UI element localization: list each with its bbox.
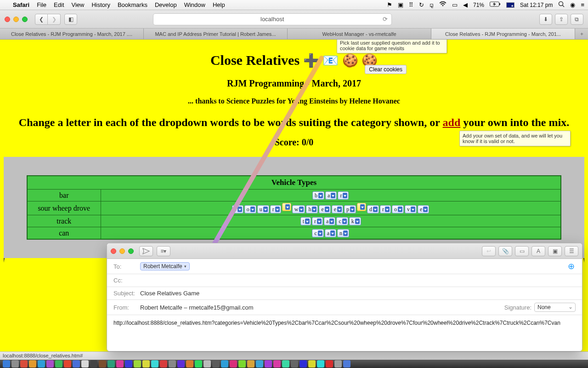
mail-body[interactable]: http://localhost:8888/close_relatives.ht… [107,315,582,351]
media-button[interactable]: ▣ [548,246,562,256]
letter-select[interactable]: s [232,205,243,213]
display-icon[interactable]: ▭ [452,1,458,8]
letter-select[interactable] [282,203,291,211]
dock-app-icon[interactable] [334,360,342,368]
battery-percent[interactable]: 71% [473,2,484,8]
dock-app-icon[interactable] [326,360,333,368]
dock-app-icon[interactable] [90,360,97,368]
close-window-button[interactable] [111,248,116,254]
dock-app-icon[interactable] [186,360,193,368]
clear-cookies-button[interactable]: Clear cookies [365,65,407,74]
subject-field-row[interactable]: Subject: [107,287,582,300]
letter-select[interactable]: a [324,217,335,225]
menubar-app-name[interactable]: Safari [13,1,29,8]
browser-tab[interactable]: WebHost Manager - vs-rmetcalfe [288,29,431,39]
letter-select[interactable]: p [344,205,356,213]
dock-app-icon[interactable] [291,360,298,368]
envelope-icon[interactable]: 📧 [322,53,339,68]
minimize-window-button[interactable] [13,17,19,22]
dock-app-icon[interactable] [273,360,281,368]
dock-app-icon[interactable] [134,360,141,368]
letter-select[interactable]: d [367,205,379,213]
dock-app-icon[interactable] [151,360,158,368]
menuextra-icon[interactable]: ⚑ [387,1,392,8]
letter-select[interactable]: r [338,191,349,200]
menu-window[interactable]: Window [184,1,205,8]
dock-app-icon[interactable] [195,360,202,368]
downloads-button[interactable]: ⬇ [539,14,552,25]
menu-file[interactable]: File [37,1,46,8]
cookie-icon[interactable]: 🍪 [342,53,358,68]
letter-select[interactable]: w [292,205,305,213]
zoom-window-button[interactable] [128,248,134,254]
flag-icon[interactable] [506,2,514,8]
zoom-window-button[interactable] [22,17,28,22]
share-button[interactable]: ⇪ [555,14,568,25]
spotlight-icon[interactable] [558,1,565,9]
markup-button[interactable]: ☰ [565,246,578,256]
format-button[interactable]: A [531,246,545,256]
signature-select[interactable]: None [534,303,576,312]
dock-app-icon[interactable] [116,360,124,368]
tabs-button[interactable]: ⧉ [571,14,583,25]
dock-app-icon[interactable] [3,360,10,368]
close-window-button[interactable] [5,17,10,22]
header-fields-button[interactable]: ≡▾ [157,246,170,256]
dock-app-icon[interactable] [247,360,254,368]
subject-input[interactable] [140,290,576,297]
dock-app-icon[interactable] [142,360,150,368]
dock-app-icon[interactable] [204,360,211,368]
dock-app-icon[interactable] [343,360,351,368]
reload-icon[interactable]: ⟳ [383,16,388,23]
letter-select[interactable]: a [325,191,337,200]
attach-button[interactable]: 📎 [498,246,512,256]
menubar-clock[interactable]: Sat 12:17 pm [520,2,553,8]
dock-app-icon[interactable] [20,360,28,368]
dock-app-icon[interactable] [265,360,272,368]
dock-app-icon[interactable] [177,360,185,368]
letter-select[interactable]: r [380,205,391,213]
recipient-pill[interactable]: Robert Metcalfe [140,262,190,270]
menuextra-icon[interactable]: ▣ [398,1,403,8]
siri-icon[interactable]: ◉ [570,1,575,8]
letter-select[interactable]: n [337,229,349,237]
browser-tab-active[interactable]: Close Relatives - RJM Programming - Marc… [431,29,575,39]
dock-app-icon[interactable] [221,360,228,368]
letter-select[interactable]: o [392,205,404,213]
letter-select[interactable]: a [325,229,336,237]
dock-app-icon[interactable] [282,360,289,368]
letter-select[interactable]: v [405,205,417,213]
letter-select[interactable]: c [312,229,323,237]
letter-select[interactable]: r [312,217,323,225]
browser-tab[interactable]: Close Relatives - RJM Programming - Marc… [0,29,144,39]
forward-button[interactable]: ❯ [48,14,61,25]
dock-app-icon[interactable] [46,360,54,368]
dock-app-icon[interactable] [99,360,106,368]
menu-help[interactable]: Help [213,1,225,8]
letter-select[interactable]: e [319,205,330,213]
volume-icon[interactable]: ◀ [463,1,468,8]
dock-app-icon[interactable] [73,360,80,368]
dock-app-icon[interactable] [169,360,176,368]
menu-develop[interactable]: Develop [155,1,177,8]
letter-select[interactable]: e [332,205,343,213]
dock-app-icon[interactable] [29,360,36,368]
notification-center-icon[interactable]: ≡ [581,1,584,8]
dock-app-icon[interactable] [125,360,132,368]
minimize-window-button[interactable] [119,248,125,254]
letter-select[interactable]: h [306,205,318,213]
reply-button[interactable]: ↩ [482,246,496,256]
letter-select[interactable]: u [257,205,269,213]
letter-select[interactable]: c [336,217,348,225]
bluetooth-icon[interactable]: ⚼ [430,1,434,9]
new-tab-button[interactable]: ＋ [575,29,588,39]
letter-select[interactable]: k [349,217,361,225]
letter-select[interactable] [357,203,366,211]
send-button[interactable] [139,246,153,256]
timemachine-icon[interactable]: ↻ [419,1,424,8]
dock-app-icon[interactable] [308,360,316,368]
menu-edit[interactable]: Edit [54,1,64,8]
photo-browser-button[interactable]: ▭ [515,246,529,256]
battery-icon[interactable] [490,1,501,8]
dock-app-icon[interactable] [160,360,167,368]
